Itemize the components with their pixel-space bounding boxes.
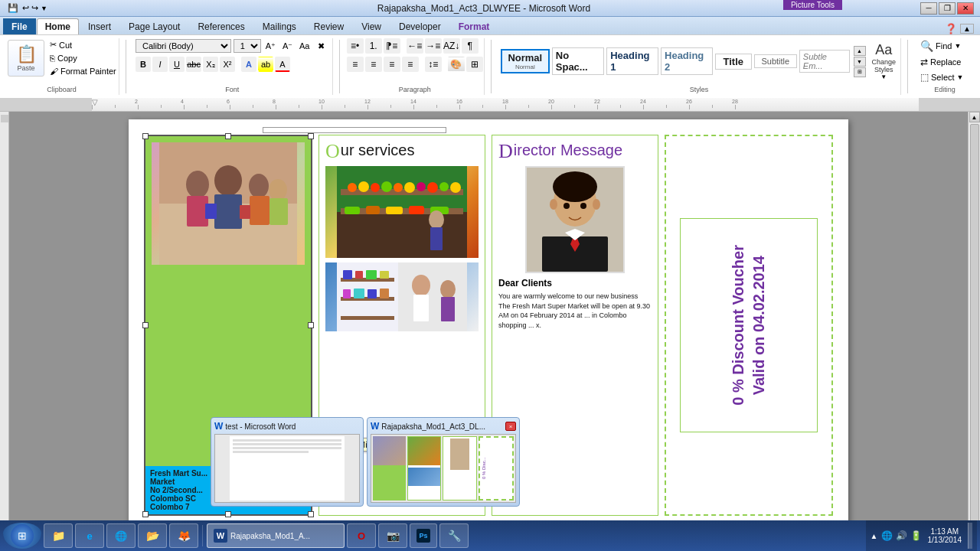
font-color-button[interactable]: A xyxy=(275,57,290,72)
strikethrough-button[interactable]: abc xyxy=(186,57,201,72)
grow-font-button[interactable]: A⁺ xyxy=(263,38,278,54)
font-size-selector[interactable]: 11 xyxy=(234,39,261,53)
styles-more-btn[interactable]: ⊞ xyxy=(854,67,866,77)
sidebar-collapse-btn[interactable] xyxy=(1,115,8,122)
taskbar-item-ps[interactable]: Ps xyxy=(410,523,437,548)
cut-button[interactable]: ✂ Cut xyxy=(47,38,119,51)
decrease-indent-button[interactable]: ←≡ xyxy=(407,38,423,54)
align-right-button[interactable]: ≡ xyxy=(384,57,400,72)
format-painter-button[interactable]: 🖌 Format Painter xyxy=(47,65,119,77)
styles-scroll-down[interactable]: ▼ xyxy=(854,57,866,67)
increase-indent-button[interactable]: →≡ xyxy=(425,38,442,54)
bullets-button[interactable]: ≡• xyxy=(347,38,364,54)
taskbar-item-explorer[interactable]: 📁 xyxy=(44,523,73,548)
find-button[interactable]: 🔍 Find ▼ xyxy=(917,38,972,54)
tab-file[interactable]: File xyxy=(3,18,36,34)
numbering-button[interactable]: 1. xyxy=(365,38,382,54)
multilevel-list-button[interactable]: ⁋≡ xyxy=(384,38,400,54)
taskbar-item-word[interactable]: W Rajapaksha_Mod1_A... xyxy=(207,523,345,548)
tab-review[interactable]: Review xyxy=(305,18,352,34)
systray-chevron[interactable]: ▲ xyxy=(871,532,878,540)
close-btn[interactable]: ✕ xyxy=(957,2,974,15)
vertical-scrollbar[interactable]: ▲ ▼ xyxy=(968,112,980,539)
tab-insert[interactable]: Insert xyxy=(80,18,119,34)
tab-home[interactable]: Home xyxy=(37,18,79,34)
align-center-button[interactable]: ≡ xyxy=(365,57,382,72)
select-button[interactable]: ⬚ Select ▼ xyxy=(917,70,972,84)
selection-top-handle[interactable] xyxy=(263,127,446,133)
scroll-thumb[interactable] xyxy=(970,124,979,527)
preview-brochure-doc[interactable]: W Rajapaksha_Mod1_Act3_DL... × 0 % Disc.… xyxy=(367,417,520,507)
tab-format[interactable]: Format xyxy=(450,18,498,34)
text-effects-button[interactable]: A xyxy=(241,57,256,72)
handle-right-m[interactable] xyxy=(308,322,314,328)
shrink-font-button[interactable]: A⁻ xyxy=(280,38,295,54)
handle-corner-bl[interactable] xyxy=(142,511,149,517)
preview-content-2[interactable]: 0 % Disc... xyxy=(371,434,516,503)
show-hide-button[interactable]: ¶ xyxy=(462,38,479,54)
font-name-selector[interactable]: Calibri (Body) xyxy=(136,39,231,53)
start-button[interactable]: ⊞ xyxy=(3,523,41,549)
undo-quick-btn[interactable]: ↩ xyxy=(22,3,29,13)
systray-volume[interactable]: 🔊 xyxy=(896,530,907,541)
handle-corner-tl[interactable] xyxy=(142,133,149,139)
style-subtleemph[interactable]: Subtle Em... xyxy=(799,50,850,73)
minimize-btn[interactable]: ─ xyxy=(920,2,937,15)
handle-corner-br[interactable] xyxy=(308,511,314,517)
style-subtitle[interactable]: Subtitle xyxy=(754,54,797,68)
taskbar-item-opera[interactable]: O xyxy=(347,523,376,548)
change-styles-button[interactable]: Aa ChangeStyles ▼ xyxy=(871,41,898,82)
system-clock[interactable]: 1:13 AM 1/13/2014 xyxy=(925,527,965,544)
systray-network[interactable]: 🌐 xyxy=(881,530,893,541)
handle-top-m[interactable] xyxy=(225,133,231,139)
handle-corner-tr[interactable] xyxy=(308,133,314,139)
systray-battery[interactable]: 🔋 xyxy=(910,530,922,541)
replace-button[interactable]: ⇄ Replace xyxy=(917,55,972,69)
handle-bot-m[interactable] xyxy=(225,511,231,517)
styles-scroll-up[interactable]: ▲ xyxy=(854,46,866,56)
redo-quick-btn[interactable]: ↪ xyxy=(31,3,38,13)
tab-mailings[interactable]: Mailings xyxy=(254,18,305,34)
bold-button[interactable]: B xyxy=(136,57,151,72)
change-case-button[interactable]: Aa xyxy=(297,38,312,54)
preview-test-doc[interactable]: W test - Microsoft Word xyxy=(211,417,364,507)
copy-button[interactable]: ⎘ Copy xyxy=(47,52,119,64)
taskbar-item-firefox[interactable]: 🦊 xyxy=(169,523,198,548)
underline-button[interactable]: U xyxy=(169,57,185,72)
text-highlight-button[interactable]: ab xyxy=(258,57,273,72)
taskbar-item-files[interactable]: 📂 xyxy=(138,523,167,548)
clear-format-button[interactable]: ✖ xyxy=(314,38,328,54)
style-h2[interactable]: Heading 2 xyxy=(661,47,713,75)
borders-button[interactable]: ⊞ xyxy=(466,57,483,72)
preview-content-1[interactable] xyxy=(214,434,360,503)
style-nospace[interactable]: No Spac... xyxy=(552,47,604,75)
ruler-indent-left[interactable]: ▽ xyxy=(92,98,98,106)
style-title[interactable]: Title xyxy=(715,54,752,70)
align-left-button[interactable]: ≡ xyxy=(347,57,364,72)
italic-button[interactable]: I xyxy=(152,57,168,72)
shading-button[interactable]: 🎨 xyxy=(448,57,465,72)
taskbar-item-chrome[interactable]: 🌐 xyxy=(106,523,136,548)
tab-view[interactable]: View xyxy=(353,18,390,34)
handle-left-m[interactable] xyxy=(142,322,149,328)
taskbar-item-camera[interactable]: 📷 xyxy=(378,523,407,548)
subscript-button[interactable]: X₂ xyxy=(203,57,218,72)
superscript-button[interactable]: X² xyxy=(220,57,235,72)
preview-close-button[interactable]: × xyxy=(505,422,516,431)
scroll-up-button[interactable]: ▲ xyxy=(969,112,980,122)
customize-quick-btn[interactable]: ▼ xyxy=(41,5,47,12)
line-spacing-button[interactable]: ↕≡ xyxy=(425,57,442,72)
style-normal[interactable]: Normal Normal xyxy=(501,49,550,73)
justify-button[interactable]: ≡ xyxy=(402,57,419,72)
tab-pagelayout[interactable]: Page Layout xyxy=(120,18,188,34)
sort-button[interactable]: AZ↓ xyxy=(443,38,460,54)
tab-references[interactable]: References xyxy=(189,18,253,34)
taskbar-item-tool[interactable]: 🔧 xyxy=(439,523,469,548)
taskbar-item-ie[interactable]: e xyxy=(75,523,104,548)
tab-developer[interactable]: Developer xyxy=(390,18,449,34)
save-quick-btn[interactable]: 💾 xyxy=(6,3,20,13)
restore-btn[interactable]: ❐ xyxy=(939,2,956,15)
show-desktop-btn[interactable] xyxy=(968,523,972,549)
style-h1[interactable]: Heading 1 xyxy=(606,47,658,75)
ribbon-help-btn[interactable]: ❓ xyxy=(945,23,957,34)
